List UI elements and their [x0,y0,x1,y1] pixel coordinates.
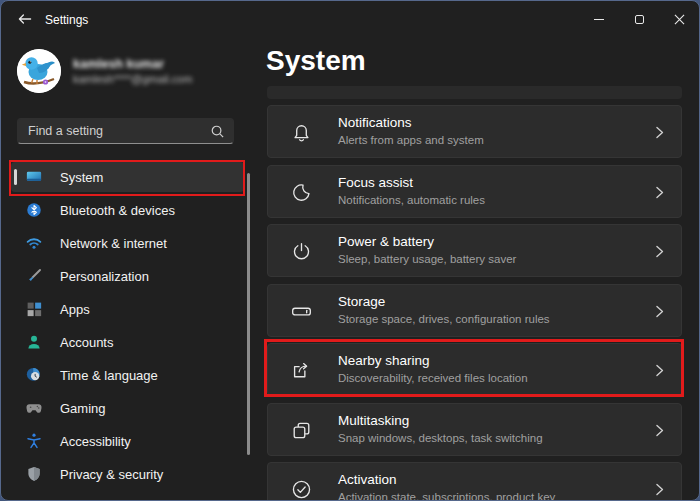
accessibility-person-icon [25,432,43,450]
sidebar-item-gaming[interactable]: Gaming [11,393,244,423]
sidebar-item-time-language[interactable]: Time & language [11,360,244,390]
share-icon [290,359,313,382]
sidebar-item-network-internet[interactable]: Network & internet [11,228,244,258]
sidebar-item-label: Accessibility [60,434,131,449]
maximize-button[interactable] [619,1,659,37]
partial-card-above[interactable] [267,86,682,99]
sidebar-item-label: Network & internet [60,236,167,251]
chevron-right-icon [652,243,667,260]
chevron-right-icon [652,481,667,498]
maximize-icon [635,15,644,24]
back-arrow-icon [17,12,33,26]
row-title: Activation [338,472,397,487]
activation-check-icon [290,478,313,501]
sidebar-item-label: Gaming [60,401,106,416]
row-focus-assist[interactable]: Focus assist Notifications, automatic ru… [267,165,682,218]
sidebar-item-label: Bluetooth & devices [60,203,175,218]
clock-icon [25,366,43,384]
storage-drive-icon [290,300,313,323]
shield-icon [25,465,43,483]
row-subtitle: Alerts from apps and system [338,134,484,146]
sidebar-item-apps[interactable]: Apps [11,294,244,324]
close-button[interactable] [659,1,699,37]
scrollbar[interactable] [247,173,250,455]
sidebar-item-label: Personalization [60,269,149,284]
profile-name: kamlesh kumar [73,57,164,71]
chevron-right-icon [652,303,667,320]
sidebar-item-accessibility[interactable]: Accessibility [11,426,244,456]
sidebar-item-label: System [60,170,103,185]
sidebar-item-accounts[interactable]: Accounts [11,327,244,357]
window-title: Settings [45,13,88,27]
settings-rows: Notifications Alerts from apps and syste… [267,105,682,501]
row-title: Storage [338,294,385,309]
chevron-right-icon [652,124,667,141]
avatar [17,49,61,93]
row-title: Power & battery [338,234,434,249]
row-nearby-sharing[interactable]: Nearby sharing Discoverability, received… [267,343,682,396]
wifi-icon [25,234,43,252]
chevron-right-icon [652,362,667,379]
multitask-windows-icon [290,419,313,442]
row-title: Notifications [338,115,412,130]
row-notifications[interactable]: Notifications Alerts from apps and syste… [267,105,682,158]
row-title: Focus assist [338,175,413,190]
row-subtitle: Activation state, subscriptions, product… [338,491,555,501]
profile-email: kamlesh****@gmail.com [73,73,192,85]
sidebar-item-label: Time & language [60,368,158,383]
sidebar-item-system[interactable]: System [11,162,244,192]
titlebar: Settings [1,1,699,37]
close-icon [674,14,685,25]
bell-icon [290,121,313,144]
moon-icon [290,181,313,204]
bird-avatar-image [17,49,61,93]
row-title: Nearby sharing [338,353,430,368]
sidebar-item-label: Apps [60,302,90,317]
row-subtitle: Snap windows, desktops, task switching [338,432,543,444]
page-title: System [266,45,366,77]
search-icon [210,124,225,139]
power-icon [290,240,313,263]
row-power-battery[interactable]: Power & battery Sleep, battery usage, ba… [267,224,682,277]
selected-accent-pill [14,169,17,185]
row-subtitle: Sleep, battery usage, battery saver [338,253,516,265]
row-title: Multitasking [338,413,409,428]
row-subtitle: Storage space, drives, configuration rul… [338,313,550,325]
bluetooth-icon [25,201,43,219]
sidebar-item-personalization[interactable]: Personalization [11,261,244,291]
row-activation[interactable]: Activation Activation state, subscriptio… [267,462,682,501]
settings-window: Settings kamlesh kumar kamlesh****@gmail… [0,0,700,501]
gamepad-icon [25,399,43,417]
person-icon [25,333,43,351]
sidebar-item-label: Accounts [60,335,113,350]
chevron-right-icon [652,422,667,439]
sidebar-nav: System Bluetooth & devices Network & int… [11,162,244,492]
minimize-button[interactable] [579,1,619,37]
sidebar-item-bluetooth-devices[interactable]: Bluetooth & devices [11,195,244,225]
search-box [17,118,234,144]
row-subtitle: Notifications, automatic rules [338,194,485,206]
minimize-icon [594,19,604,20]
apps-grid-icon [25,300,43,318]
search-input[interactable] [18,119,233,143]
back-button[interactable] [13,9,37,29]
brush-icon [25,267,43,285]
chevron-right-icon [652,184,667,201]
row-storage[interactable]: Storage Storage space, drives, configura… [267,284,682,337]
sidebar-item-privacy-security[interactable]: Privacy & security [11,459,244,489]
row-multitasking[interactable]: Multitasking Snap windows, desktops, tas… [267,403,682,456]
system-monitor-icon [25,168,43,186]
sidebar-item-label: Privacy & security [60,467,163,482]
row-subtitle: Discoverability, received files location [338,372,528,384]
